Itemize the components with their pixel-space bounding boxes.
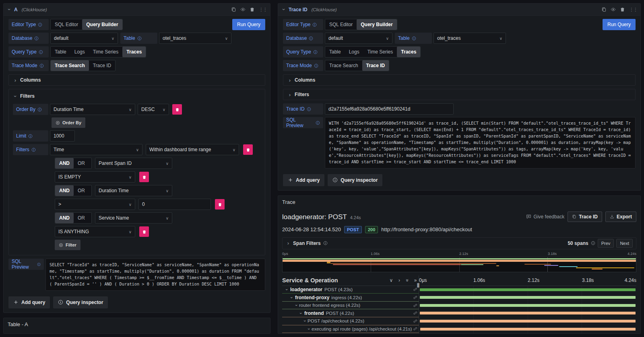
- remove-query-trash-icon[interactable]: [250, 7, 255, 12]
- column-header[interactable]: startTime: [148, 331, 221, 334]
- duplicate-query-icon[interactable]: [601, 7, 607, 12]
- query-row-header-a[interactable]: › A (ClickHouse) ⋮⋮: [4, 4, 270, 16]
- span-name-cell[interactable]: › grpc.oteldemo.CheckoutService/PlaceOrd…: [282, 333, 419, 333]
- query-type-segmented[interactable]: Table Logs Time Series Traces: [325, 46, 421, 58]
- database-select[interactable]: default∨: [325, 33, 392, 44]
- trace-id-input[interactable]: [325, 103, 454, 115]
- run-query-button[interactable]: Run Query: [603, 19, 636, 30]
- drag-handle-icon[interactable]: ⋮⋮: [259, 7, 267, 12]
- add-query-button[interactable]: Add query: [8, 296, 50, 308]
- span-name-cell[interactable]: › frontend POST (4.22s): [282, 309, 419, 317]
- add-query-button[interactable]: Add query: [283, 174, 324, 186]
- bool-operator-segmented[interactable]: AND OR: [55, 212, 92, 224]
- option-or[interactable]: OR: [74, 213, 89, 223]
- chevron-down-icon[interactable]: ›: [289, 295, 294, 300]
- filters-section-toggle[interactable]: › Filters: [13, 93, 261, 99]
- chevron-down-icon[interactable]: ›: [294, 303, 299, 308]
- duplicate-query-icon[interactable]: [231, 7, 236, 12]
- order-by-field-select[interactable]: Duration Time∨: [50, 104, 135, 115]
- span-row[interactable]: › POST /api/checkout (4.22s): [282, 317, 636, 325]
- span-row[interactable]: › grpc.oteldemo.CheckoutService/PlaceOrd…: [282, 333, 636, 333]
- export-button[interactable]: Export: [605, 212, 636, 222]
- span-row[interactable]: › router frontend egress (4.22s): [282, 302, 636, 310]
- table-select[interactable]: otel_traces∨: [433, 33, 506, 44]
- expand-one-icon[interactable]: ›: [396, 277, 402, 283]
- span-timeline-cell[interactable]: [419, 294, 636, 302]
- option-and[interactable]: AND: [55, 213, 74, 223]
- option-traces[interactable]: Traces: [397, 47, 420, 57]
- query-type-segmented[interactable]: Table Logs Time Series Traces: [50, 46, 146, 58]
- chevron-down-icon[interactable]: ›: [303, 319, 308, 323]
- query-inspector-button[interactable]: Query inspector: [328, 174, 382, 186]
- span-bar[interactable]: [420, 328, 636, 331]
- option-sql-editor[interactable]: SQL Editor: [51, 19, 82, 30]
- span-link-icon[interactable]: [413, 287, 417, 292]
- option-or[interactable]: OR: [74, 158, 89, 168]
- remove-query-trash-icon[interactable]: [620, 7, 625, 12]
- option-trace-search[interactable]: Trace Search: [51, 60, 89, 71]
- span-timeline-cell[interactable]: [419, 325, 636, 333]
- bool-operator-segmented[interactable]: AND OR: [55, 158, 92, 169]
- span-name-cell[interactable]: › router frontend egress (4.22s): [282, 302, 419, 310]
- limit-input[interactable]: [50, 130, 75, 142]
- trace-id-button[interactable]: Trace ID: [568, 212, 602, 222]
- chevron-down-icon[interactable]: ›: [285, 287, 289, 292]
- span-bar[interactable]: [420, 288, 636, 291]
- remove-filter-button[interactable]: [243, 144, 253, 155]
- bool-operator-segmented[interactable]: AND OR: [55, 185, 92, 196]
- span-timeline-cell[interactable]: [419, 333, 636, 333]
- collapse-all-icon[interactable]: »: [405, 277, 410, 284]
- editor-type-segmented[interactable]: SQL Editor Query Builder: [325, 19, 397, 30]
- option-logs[interactable]: Logs: [70, 47, 89, 57]
- filters-section-toggle[interactable]: › Filters: [283, 89, 636, 100]
- order-by-direction-select[interactable]: DESC∨: [138, 104, 169, 115]
- option-and[interactable]: AND: [55, 158, 74, 168]
- span-link-icon[interactable]: [413, 311, 417, 315]
- filter-field-select[interactable]: Time∨: [50, 144, 142, 155]
- span-timeline-cell[interactable]: [419, 317, 636, 325]
- columns-section-toggle[interactable]: › Columns: [8, 74, 265, 86]
- option-and[interactable]: AND: [55, 185, 74, 196]
- table-select[interactable]: otel_traces∨: [159, 33, 231, 44]
- remove-condition-button[interactable]: [139, 172, 149, 182]
- option-or[interactable]: OR: [74, 185, 89, 196]
- column-header[interactable]: operationName: [106, 331, 148, 334]
- option-query-builder[interactable]: Query Builder: [82, 19, 122, 30]
- remove-order-by-button[interactable]: [172, 104, 182, 115]
- add-order-by-button[interactable]: Order By: [52, 117, 85, 128]
- expand-all-icon[interactable]: »: [412, 277, 419, 283]
- span-name-cell[interactable]: › executing api route (pages) /api/check…: [282, 325, 419, 333]
- span-name-cell[interactable]: › frontend-proxy ingress (4.22s): [282, 294, 419, 302]
- option-table[interactable]: Table: [51, 47, 70, 57]
- span-link-icon[interactable]: [413, 295, 417, 300]
- column-header[interactable]: duration: [221, 331, 270, 334]
- condition-field-select[interactable]: Parent Span ID∨: [95, 158, 172, 169]
- column-header[interactable]: serviceName: [54, 331, 106, 334]
- option-table[interactable]: Table: [325, 47, 345, 57]
- span-timeline-cell[interactable]: [419, 302, 636, 310]
- collapse-chevron-icon[interactable]: ›: [7, 7, 12, 12]
- option-query-builder[interactable]: Query Builder: [357, 19, 396, 30]
- collapse-chevron-icon[interactable]: ›: [281, 7, 287, 12]
- trace-minimap[interactable]: [282, 257, 636, 272]
- next-button[interactable]: Next: [616, 239, 633, 248]
- span-row[interactable]: › loadgenerator POST (4.23s): [282, 286, 636, 294]
- span-row[interactable]: › executing api route (pages) /api/check…: [282, 325, 636, 333]
- editor-type-segmented[interactable]: SQL Editor Query Builder: [50, 19, 123, 30]
- trace-mode-segmented[interactable]: Trace Search Trace ID: [50, 60, 116, 71]
- column-header[interactable]: traceID: [4, 331, 54, 334]
- hide-response-eye-icon[interactable]: [611, 7, 616, 12]
- chevron-down-icon[interactable]: ›: [299, 311, 303, 316]
- option-trace-id[interactable]: Trace ID: [362, 60, 389, 71]
- span-bar[interactable]: [420, 320, 636, 323]
- option-sql-editor[interactable]: SQL Editor: [325, 19, 357, 30]
- span-name-cell[interactable]: › POST /api/checkout (4.22s): [282, 317, 419, 325]
- span-link-icon[interactable]: [413, 319, 417, 323]
- remove-condition-button[interactable]: [139, 226, 149, 237]
- chevron-right-icon[interactable]: ›: [286, 240, 291, 246]
- option-time-series[interactable]: Time Series: [89, 47, 123, 57]
- option-time-series[interactable]: Time Series: [363, 47, 397, 57]
- option-trace-id[interactable]: Trace ID: [89, 60, 116, 71]
- span-row[interactable]: › frontend-proxy ingress (4.22s): [282, 294, 636, 302]
- span-bar[interactable]: [420, 312, 636, 314]
